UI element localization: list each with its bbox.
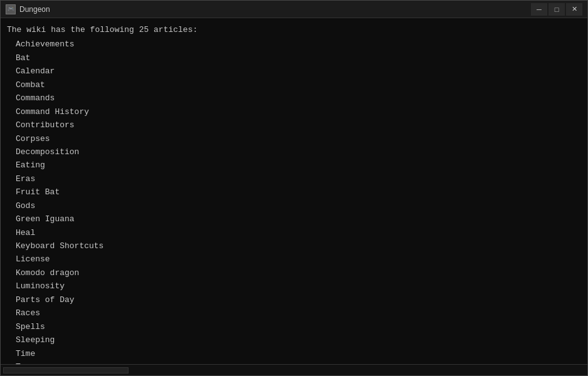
list-item[interactable]: Keyboard Shortcuts: [7, 239, 581, 253]
list-item[interactable]: Eating: [7, 159, 581, 172]
list-item[interactable]: Decomposition: [7, 145, 581, 159]
list-item[interactable]: Komodo dragon: [7, 266, 581, 279]
maximize-button[interactable]: □: [549, 3, 565, 16]
list-item[interactable]: Commands: [7, 91, 581, 105]
list-item[interactable]: Parts of Day: [7, 293, 581, 306]
list-item[interactable]: Calendar: [7, 65, 581, 78]
list-item[interactable]: License: [7, 253, 581, 266]
list-item[interactable]: Achievements: [7, 38, 581, 51]
list-item[interactable]: Races: [7, 306, 581, 320]
list-item[interactable]: Green Iguana: [7, 212, 581, 226]
bottom-bar: [1, 364, 587, 375]
window-title: Dungeon: [19, 5, 50, 14]
title-bar-controls: ─ □ ✕: [531, 3, 582, 16]
app-icon: 🎮: [6, 4, 16, 14]
list-item[interactable]: Corpses: [7, 132, 581, 145]
list-item[interactable]: Time: [7, 347, 581, 360]
list-item[interactable]: Luminosity: [7, 279, 581, 293]
main-window: 🎮 Dungeon ─ □ ✕ The wiki has the followi…: [0, 0, 588, 376]
list-item[interactable]: Bat: [7, 51, 581, 65]
list-item[interactable]: Contributors: [7, 118, 581, 132]
list-item[interactable]: Heal: [7, 226, 581, 239]
minimize-button[interactable]: ─: [531, 3, 547, 16]
list-item[interactable]: Combat: [7, 78, 581, 91]
content-area[interactable]: The wiki has the following 25 articles: …: [1, 18, 587, 364]
list-item[interactable]: Command History: [7, 105, 581, 118]
list-item[interactable]: Eras: [7, 172, 581, 185]
close-button[interactable]: ✕: [566, 3, 582, 16]
list-item[interactable]: Fruit Bat: [7, 185, 581, 199]
list-item[interactable]: Sleeping: [7, 333, 581, 347]
scrollbar-indicator[interactable]: [3, 367, 129, 373]
article-list: AchievementsBatCalendarCombatCommandsCom…: [7, 38, 581, 364]
list-item[interactable]: Spells: [7, 320, 581, 333]
list-item[interactable]: Gods: [7, 199, 581, 212]
title-bar-left: 🎮 Dungeon: [6, 4, 50, 14]
title-bar: 🎮 Dungeon ─ □ ✕: [1, 1, 587, 18]
intro-text: The wiki has the following 25 articles:: [7, 23, 581, 36]
